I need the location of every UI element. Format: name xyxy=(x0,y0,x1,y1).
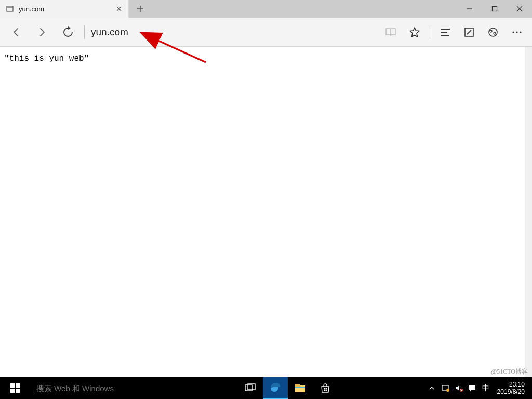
separator xyxy=(84,25,85,39)
system-tray: 中 23:10 2019/8/20 xyxy=(422,377,532,399)
svg-rect-32 xyxy=(326,388,327,390)
maximize-button[interactable] xyxy=(482,0,507,18)
task-view-button[interactable] xyxy=(238,377,263,399)
page-content: "this is yun web" xyxy=(0,47,532,377)
svg-rect-0 xyxy=(7,6,13,11)
web-note-button[interactable] xyxy=(457,22,481,43)
svg-rect-30 xyxy=(295,387,305,388)
page-body-text: "this is yun web" xyxy=(4,54,89,63)
taskbar-app-edge[interactable] xyxy=(263,377,288,399)
url-input[interactable] xyxy=(88,24,254,40)
svg-point-19 xyxy=(520,31,521,33)
vertical-scrollbar[interactable] xyxy=(525,47,532,377)
svg-rect-34 xyxy=(326,390,327,392)
separator xyxy=(430,25,430,39)
hub-button[interactable] xyxy=(433,22,457,43)
svg-rect-31 xyxy=(324,388,325,390)
tray-clock[interactable]: 23:10 2019/8/20 xyxy=(494,381,528,395)
taskbar-app-explorer[interactable] xyxy=(288,377,313,399)
svg-rect-22 xyxy=(10,383,15,388)
tray-action-center-icon[interactable] xyxy=(467,383,477,393)
tab-bar: yun.com xyxy=(0,0,532,18)
taskbar-search[interactable] xyxy=(30,377,238,399)
tray-network-icon[interactable] xyxy=(440,383,450,393)
clock-time: 23:10 xyxy=(509,381,525,388)
taskbar-apps xyxy=(238,377,338,399)
toolbar-right xyxy=(379,22,529,43)
svg-rect-23 xyxy=(16,383,20,388)
close-window-button[interactable] xyxy=(507,0,532,18)
svg-point-18 xyxy=(516,31,517,33)
refresh-button[interactable] xyxy=(55,22,81,43)
svg-point-36 xyxy=(446,389,449,392)
window-controls xyxy=(457,0,532,18)
more-button[interactable] xyxy=(505,22,529,43)
browser-toolbar xyxy=(0,18,532,47)
address-bar xyxy=(88,24,379,40)
page-icon xyxy=(6,5,14,12)
reading-view-button[interactable] xyxy=(379,22,403,43)
new-tab-button[interactable] xyxy=(129,0,152,18)
forward-button[interactable] xyxy=(29,22,55,43)
ime-indicator[interactable]: 中 xyxy=(481,383,491,393)
start-button[interactable] xyxy=(0,377,30,399)
svg-rect-25 xyxy=(16,389,20,393)
close-tab-button[interactable] xyxy=(115,5,123,13)
svg-rect-24 xyxy=(10,389,15,393)
svg-point-17 xyxy=(512,31,514,33)
back-button[interactable] xyxy=(3,22,29,43)
windows-taskbar: 中 23:10 2019/8/20 xyxy=(0,377,532,399)
svg-point-15 xyxy=(490,30,492,32)
share-button[interactable] xyxy=(481,22,505,43)
svg-rect-33 xyxy=(324,390,325,392)
svg-rect-7 xyxy=(493,7,497,11)
taskbar-app-store[interactable] xyxy=(313,377,338,399)
clock-date: 2019/8/20 xyxy=(497,388,525,395)
tray-chevron-icon[interactable] xyxy=(427,383,437,393)
taskbar-search-input[interactable] xyxy=(36,384,232,393)
watermark: @51CTO博客 xyxy=(491,367,528,376)
browser-tab[interactable]: yun.com xyxy=(0,0,129,18)
tab-title: yun.com xyxy=(19,5,110,13)
tray-volume-icon[interactable] xyxy=(454,383,464,393)
favorites-button[interactable] xyxy=(403,22,427,43)
browser-window: yun.com xyxy=(0,0,532,399)
svg-rect-29 xyxy=(295,384,300,387)
svg-point-16 xyxy=(494,32,496,34)
minimize-button[interactable] xyxy=(457,0,482,18)
